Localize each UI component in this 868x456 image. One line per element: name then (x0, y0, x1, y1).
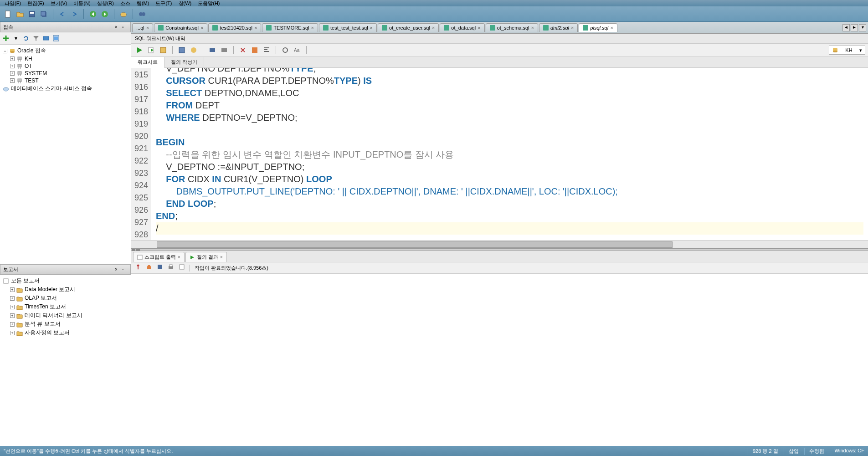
buffer-icon[interactable] (179, 264, 187, 272)
tree-node-oracle[interactable]: −Oracle 접속 (2, 46, 129, 55)
new-icon[interactable] (4, 10, 13, 19)
close-icon[interactable]: × (178, 255, 180, 260)
expander-icon[interactable]: + (10, 313, 15, 318)
run-icon[interactable] (135, 46, 144, 55)
menu-item[interactable]: 도구(T) (155, 0, 172, 7)
editor-tab[interactable]: ot_schema.sql× (486, 23, 538, 32)
tree-node[interactable]: +OT (2, 62, 129, 70)
close-icon[interactable]: × (370, 25, 373, 31)
sql-icon[interactable] (119, 10, 128, 19)
expander-icon[interactable]: − (3, 49, 7, 53)
commit-icon[interactable] (189, 46, 198, 55)
clear-icon[interactable] (238, 46, 247, 55)
clear-output-icon[interactable] (146, 264, 154, 272)
editor-tab[interactable]: ot_create_user.sql× (378, 23, 439, 32)
binoculars-icon[interactable] (138, 10, 147, 19)
undo-icon[interactable] (58, 10, 67, 19)
menubar[interactable]: 파일(F)편집(E)보기(V)이동(N)실행(R)소스팀(M)도구(T)창(W)… (0, 0, 868, 6)
save-icon[interactable] (27, 10, 36, 19)
worksheet-tabs[interactable]: 워크시트 질의 작성기 (131, 57, 868, 68)
close-icon[interactable]: × (610, 25, 613, 31)
close-icon[interactable]: × (531, 25, 534, 31)
rollback-icon[interactable] (208, 46, 217, 55)
menu-item[interactable]: 도움말(H) (198, 0, 220, 7)
tab-scroll-left-icon[interactable]: ◄ (842, 24, 850, 31)
print-icon[interactable] (168, 264, 176, 272)
tuning-icon[interactable] (281, 46, 290, 55)
expander-icon[interactable]: + (10, 305, 15, 309)
tab-query-builder[interactable]: 질의 작성기 (164, 57, 204, 67)
tns-icon[interactable] (42, 34, 50, 42)
tree-node[interactable]: +TEST (2, 77, 129, 84)
editor-tab[interactable]: ot_data.sql× (440, 23, 484, 32)
tree-node[interactable]: 모든 보고서 (2, 277, 129, 285)
add-connection-icon[interactable] (2, 34, 10, 42)
tree-node[interactable]: +SYSTEM (2, 70, 129, 77)
filter-icon[interactable] (32, 34, 40, 42)
run-script-icon[interactable] (147, 46, 156, 55)
close-icon[interactable]: × (254, 25, 257, 31)
pin-icon[interactable] (135, 264, 143, 272)
editor-tab[interactable]: dml2.sql× (539, 23, 578, 32)
menu-item[interactable]: 실행(R) (97, 0, 114, 7)
tab-scroll-right-icon[interactable]: ► (851, 24, 858, 31)
expander-icon[interactable]: + (10, 64, 15, 68)
minimize-icon[interactable]: × (115, 25, 120, 30)
editor-tab[interactable]: test_test_test.sql× (319, 23, 377, 32)
editor-tab[interactable]: plsql.sql× (579, 23, 617, 32)
tree-node-schema-service[interactable]: 데이터베이스 스키마 서비스 접속 (2, 84, 129, 93)
save-all-icon[interactable] (39, 10, 48, 19)
menu-item[interactable]: 창(W) (179, 0, 192, 7)
expand-icon[interactable] (52, 34, 60, 42)
close-icon[interactable]: × (311, 25, 314, 31)
editor-tabs[interactable]: ...ql×Constraints.sql×test210420.sql×TES… (131, 22, 868, 34)
horizontal-scrollbar[interactable] (131, 240, 868, 248)
editor-tab[interactable]: TESTMORE.sql× (262, 23, 318, 32)
expander-icon[interactable]: + (10, 287, 15, 292)
expander-icon[interactable]: + (10, 78, 15, 83)
close-icon[interactable]: × (200, 25, 203, 31)
tree-node[interactable]: +KH (2, 55, 129, 62)
back-nav-icon[interactable] (88, 10, 98, 19)
menu-item[interactable]: 파일(F) (5, 0, 21, 7)
menu-item[interactable]: 팀(M) (137, 0, 149, 7)
reports-tree[interactable]: 모든 보고서+Data Modeler 보고서+OLAP 보고서+TimesTe… (0, 275, 131, 446)
tree-node[interactable]: +사용자정의 보고서 (2, 328, 129, 337)
format-icon[interactable] (262, 46, 271, 55)
refresh-icon[interactable] (22, 34, 30, 42)
tab-worksheet[interactable]: 워크시트 (131, 57, 164, 68)
expander-icon[interactable]: + (10, 331, 15, 335)
menu-item[interactable]: 편집(E) (27, 0, 44, 7)
connections-tree[interactable]: −Oracle 접속+KH+OT+SYSTEM+TEST데이터베이스 스키마 서… (0, 45, 131, 264)
menu-item[interactable]: 보기(V) (51, 0, 67, 7)
code-body[interactable]: V_DEPTNO DEPT.DEPTNO%TYPE; CURSOR CUR1(P… (151, 68, 868, 240)
connection-selector[interactable]: KH ▾ (829, 46, 865, 55)
forward-nav-icon[interactable] (100, 10, 109, 19)
close-icon[interactable]: × (571, 25, 574, 31)
close-icon[interactable]: × (220, 255, 223, 260)
editor-tab[interactable]: test210420.sql× (208, 23, 261, 32)
open-icon[interactable] (15, 10, 25, 19)
close-icon[interactable]: × (478, 25, 480, 31)
autotrace-icon[interactable] (177, 46, 186, 55)
restore-icon[interactable]: ▫ (122, 267, 128, 272)
expander-icon[interactable]: + (10, 71, 15, 76)
case-icon[interactable]: Aa (293, 46, 302, 55)
output-tabs[interactable]: 스크립트 출력 × 질의 결과 × (131, 251, 868, 262)
dropdown-icon[interactable]: ▾ (12, 34, 20, 42)
expander-icon[interactable]: + (10, 296, 15, 301)
expander-icon[interactable]: + (10, 322, 15, 327)
tab-query-result[interactable]: 질의 결과 × (185, 252, 227, 262)
tree-node[interactable]: +데이터 딕셔너리 보고서 (2, 311, 129, 320)
editor-tab[interactable]: Constraints.sql× (154, 23, 207, 32)
code-editor[interactable]: 9159169179189199209219229239249259269279… (131, 68, 868, 240)
explain-plan-icon[interactable] (159, 46, 168, 55)
close-icon[interactable]: × (432, 25, 435, 31)
sql-history-icon[interactable] (250, 46, 259, 55)
tree-node[interactable]: +분석 뷰 보고서 (2, 320, 129, 328)
tree-node[interactable]: +OLAP 보고서 (2, 294, 129, 302)
unshared-icon[interactable] (220, 46, 229, 55)
close-icon[interactable]: × (146, 25, 149, 31)
menu-item[interactable]: 이동(N) (73, 0, 90, 7)
tree-node[interactable]: +Data Modeler 보고서 (2, 285, 129, 294)
